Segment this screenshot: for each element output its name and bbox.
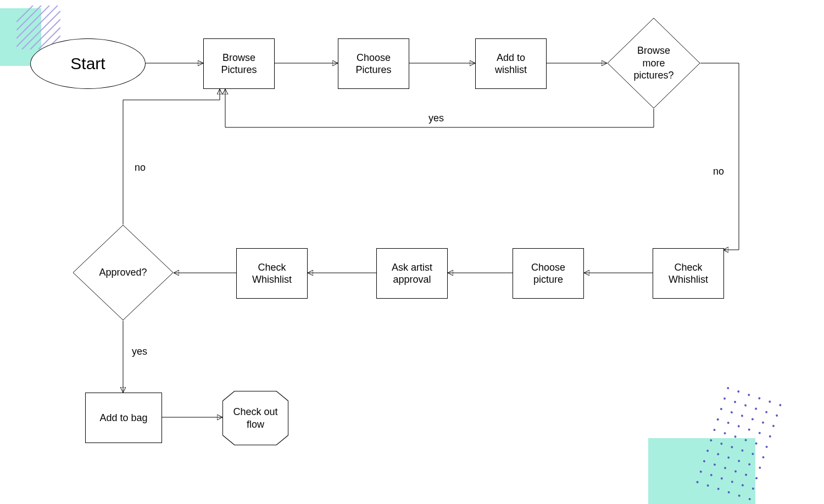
node-browse-more-decision: Browse more pictures?	[607, 18, 700, 109]
node-add-to-bag: Add to bag	[85, 393, 162, 443]
node-choose-pictures-label: Choose Pictures	[355, 52, 391, 76]
edge-label-browse-more-yes: yes	[428, 113, 444, 124]
node-start: Start	[30, 38, 146, 89]
node-choose-pictures: Choose Pictures	[338, 38, 409, 89]
node-browse-pictures-label: Browse Pictures	[221, 52, 257, 76]
node-check-wishlist-1: Check Whishlist	[653, 248, 724, 299]
node-add-to-wishlist: Add to wishlist	[475, 38, 547, 89]
node-check-wishlist-1-label: Check Whishlist	[669, 261, 708, 286]
edge-label-approved-no: no	[135, 162, 146, 173]
edge-label-browse-more-no: no	[713, 166, 724, 177]
node-browse-pictures: Browse Pictures	[203, 38, 275, 89]
node-checkout-flow-label: Check out flow	[233, 406, 277, 430]
node-add-to-bag-label: Add to bag	[99, 412, 147, 424]
node-check-wishlist-2: Check Whishlist	[236, 248, 308, 299]
node-approved-decision: Approved?	[73, 225, 174, 321]
edge-label-approved-yes: yes	[132, 346, 147, 357]
node-start-label: Start	[70, 53, 105, 74]
node-choose-picture: Choose picture	[513, 248, 584, 299]
node-ask-artist-approval-label: Ask artist approval	[392, 261, 432, 286]
node-check-wishlist-2-label: Check Whishlist	[252, 261, 292, 286]
node-browse-more-label: Browse more pictures?	[633, 44, 673, 82]
node-ask-artist-approval: Ask artist approval	[376, 248, 448, 299]
node-checkout-flow: Check out flow	[222, 391, 288, 445]
node-choose-picture-label: Choose picture	[531, 261, 565, 286]
node-approved-label: Approved?	[99, 266, 147, 279]
node-add-to-wishlist-label: Add to wishlist	[495, 52, 527, 76]
flowchart-canvas: Start Browse Pictures Choose Pictures Ad…	[0, 0, 824, 504]
